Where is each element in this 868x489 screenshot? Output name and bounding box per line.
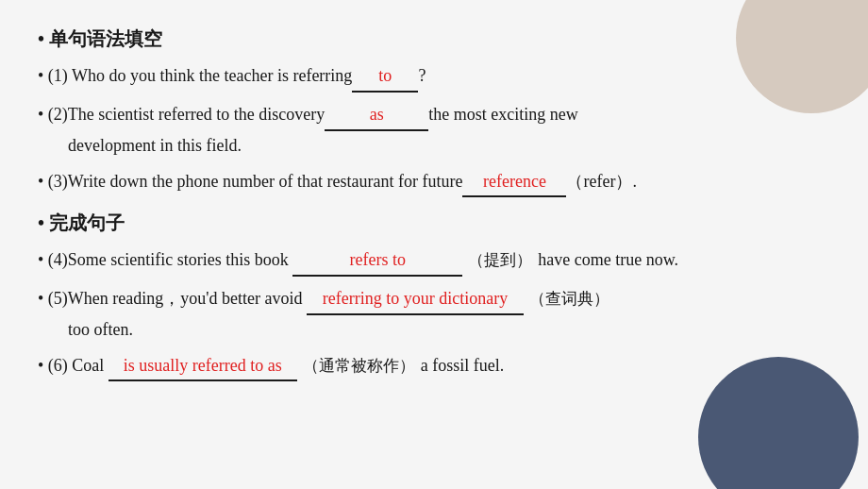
- item-3-suffix: （refer）.: [566, 172, 636, 191]
- section2-title: • 完成句子: [38, 211, 821, 236]
- item-6-suffix: a fossil fuel.: [421, 356, 504, 375]
- item-6: • (6) Coal is usually referred to as（通常被…: [38, 351, 821, 382]
- item-5-hint: （查词典）: [529, 290, 609, 308]
- item-5-blank: referring to your dictionary: [307, 284, 524, 316]
- item-3-prefix: • (3)Write down the phone number of that…: [38, 172, 462, 191]
- item-2-blank: as: [325, 100, 428, 132]
- item-6-prefix: • (6) Coal: [38, 356, 108, 375]
- item-4-prefix: • (4)Some scientific stories this book: [38, 250, 292, 269]
- item-6-hint: （通常被称作）: [303, 357, 415, 375]
- item-5-suffix: too often.: [38, 320, 133, 339]
- item-5-prefix: • (5)When reading，you'd better avoid: [38, 289, 307, 308]
- main-content: • 单句语法填空 • (1) Who do you think the teac…: [0, 0, 868, 408]
- item-1-blank: to: [352, 61, 418, 93]
- item-1-content: • (1) Who do you think the teacher is re…: [38, 61, 821, 93]
- item-3: • (3)Write down the phone number of that…: [38, 167, 821, 198]
- item-5: • (5)When reading，you'd better avoid ref…: [38, 284, 821, 346]
- item-2: • (2)The scientist referred to the disco…: [38, 100, 821, 161]
- item-1-suffix: ?: [418, 66, 426, 85]
- item-2-suffix: development in this field.: [38, 136, 242, 155]
- item-4-content: • (4)Some scientific stories this book r…: [38, 245, 821, 277]
- item-3-content: • (3)Write down the phone number of that…: [38, 167, 821, 198]
- item-4: • (4)Some scientific stories this book r…: [38, 245, 821, 277]
- item-1: • (1) Who do you think the teacher is re…: [38, 61, 821, 93]
- item-1-prefix: • (1) Who do you think the teacher is re…: [38, 66, 352, 85]
- section1-title: • 单句语法填空: [38, 26, 821, 52]
- item-2-prefix: • (2)The scientist referred to the disco…: [38, 105, 325, 124]
- item-4-blank: refers to: [292, 245, 462, 277]
- item-3-blank: reference: [462, 167, 566, 198]
- item-2-middle: the most exciting new: [428, 105, 577, 124]
- item-6-blank: is usually referred to as: [108, 351, 297, 382]
- item-4-suffix: have come true now.: [538, 250, 678, 269]
- item-4-hint: （提到）: [468, 251, 532, 269]
- item-6-content: • (6) Coal is usually referred to as（通常被…: [38, 351, 821, 382]
